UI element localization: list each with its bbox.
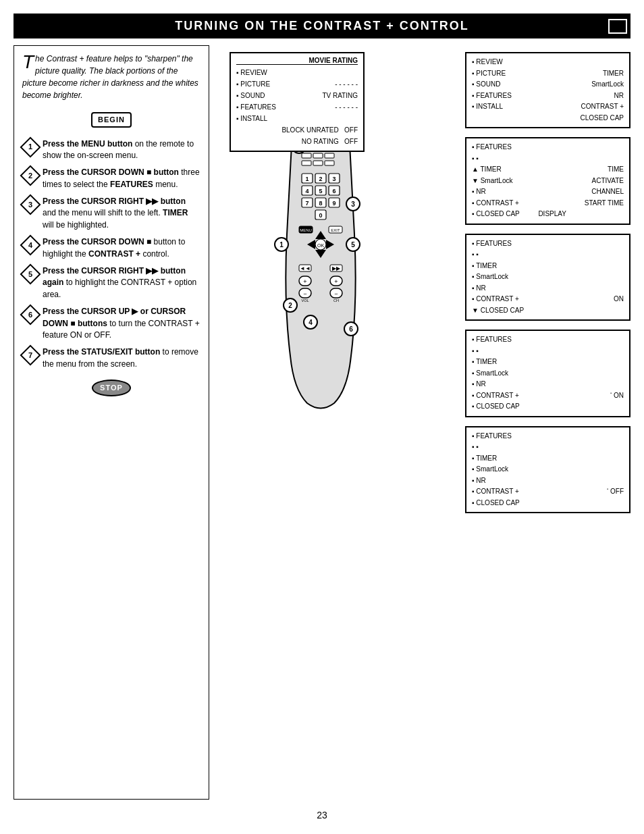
svg-text:−: − xyxy=(334,290,338,297)
svg-text:CH: CH xyxy=(333,298,339,303)
intro-body: he Contrast + feature helps to "sharpen"… xyxy=(22,54,198,100)
svg-text:MENU: MENU xyxy=(300,228,312,232)
step-7-text: Press the STATUS/EXIT button to remove t… xyxy=(43,346,200,370)
corner-box xyxy=(608,19,627,34)
step-2-text: Press the CURSOR DOWN ■ button three tim… xyxy=(43,167,200,190)
diagram-area: MOVIE RATING ▪ REVIEW ▪ PICTURE ▪ SOUND … xyxy=(216,45,630,800)
svg-text:3: 3 xyxy=(332,176,336,182)
right-menu-1: ▪ REVIEW ▪ PICTURETIMER ▪ SOUNDSmartLock… xyxy=(465,52,630,128)
svg-text:6: 6 xyxy=(332,188,336,194)
svg-text:−: − xyxy=(303,290,306,297)
page-title: Turning on the Contrast + Control xyxy=(175,19,469,32)
svg-text:2: 2 xyxy=(288,302,292,309)
step-4-badge: 4 xyxy=(22,237,38,253)
step-5-badge: 5 xyxy=(22,266,38,282)
svg-rect-5 xyxy=(325,153,334,158)
svg-text:2: 2 xyxy=(319,176,322,182)
step-5-text: Press the CURSOR RIGHT ▶▶ button again t… xyxy=(43,265,200,301)
svg-text:◄◄: ◄◄ xyxy=(300,265,311,271)
svg-text:7: 7 xyxy=(305,200,308,207)
svg-rect-7 xyxy=(313,161,323,165)
svg-text:4: 4 xyxy=(305,188,308,194)
step-3-badge: 3 xyxy=(22,197,38,213)
svg-text:+: + xyxy=(334,278,338,285)
step-3-text: Press the CURSOR RIGHT ▶▶ button and the… xyxy=(43,196,200,231)
svg-text:3: 3 xyxy=(351,201,355,208)
menu-left-col: ▪ REVIEW ▪ PICTURE ▪ SOUND ▪ FEATURES ▪ … xyxy=(236,67,276,147)
step-3: 3 Press the CURSOR RIGHT ▶▶ button and t… xyxy=(22,196,200,231)
stop-badge: STOP xyxy=(92,380,131,396)
svg-rect-8 xyxy=(325,161,334,165)
step-5: 5 Press the CURSOR RIGHT ▶▶ button again… xyxy=(22,265,200,301)
step-2: 2 Press the CURSOR DOWN ■ button three t… xyxy=(22,167,200,190)
instructions-panel: T he Contrast + feature helps to "sharpe… xyxy=(14,45,209,800)
svg-text:6: 6 xyxy=(349,325,353,333)
svg-rect-3 xyxy=(302,153,311,158)
intro-first-letter: T xyxy=(22,53,34,72)
svg-text:5: 5 xyxy=(319,188,322,194)
step-7-badge: 7 xyxy=(22,347,38,363)
svg-rect-6 xyxy=(302,161,311,165)
svg-rect-4 xyxy=(313,153,323,158)
svg-text:EXIT: EXIT xyxy=(331,228,340,232)
right-menu-2: ▪ FEATURES ▪ ▪ ▲ TIMERTIME ▼ SmartLockAC… xyxy=(465,137,630,225)
main-content: T he Contrast + feature helps to "sharpe… xyxy=(14,45,630,800)
step-2-badge: 2 xyxy=(22,167,38,184)
step-1-badge: 1 xyxy=(22,139,38,155)
step-6-badge: 6 xyxy=(22,307,38,323)
intro-text: T he Contrast + feature helps to "sharpe… xyxy=(22,53,200,101)
page-wrapper: Turning on the Contrast + Control T he C… xyxy=(0,0,644,834)
step-1-text: Press the MENU button on the remote to s… xyxy=(43,138,200,162)
step-4-text: Press the CURSOR DOWN ■ button to highli… xyxy=(43,236,200,260)
right-menu-3: ▪ FEATURES ▪ ▪ ▪ TIMER ▪ SmartLock ▪ NR … xyxy=(465,234,630,321)
svg-text:1: 1 xyxy=(305,176,308,182)
svg-text:9: 9 xyxy=(332,200,336,207)
begin-badge: BEGIN xyxy=(91,112,132,128)
menu-right-col: - - - - - - TV RATING - - - - - - BLOCK … xyxy=(281,67,358,147)
svg-text:VOL: VOL xyxy=(301,298,308,303)
top-screen-menu: MOVIE RATING ▪ REVIEW ▪ PICTURE ▪ SOUND … xyxy=(230,52,365,152)
right-menus-container: ▪ REVIEW ▪ PICTURETIMER ▪ SOUNDSmartLock… xyxy=(465,52,630,517)
page-number: 23 xyxy=(317,810,327,820)
right-menu-4: ▪ FEATURES ▪ ▪ ▪ TIMER ▪ SmartLock ▪ NR … xyxy=(465,330,630,417)
svg-text:OK: OK xyxy=(317,243,324,248)
right-menu-5: ▪ FEATURES ▪ ▪ ▪ TIMER ▪ SmartLock ▪ NR … xyxy=(465,426,630,514)
svg-text:+: + xyxy=(303,278,306,285)
step-6: 6 Press the CURSOR UP ▶ or CURSOR DOWN ■… xyxy=(22,306,200,341)
step-1: 1 Press the MENU button on the remote to… xyxy=(22,138,200,162)
movie-rating-label: MOVIE RATING xyxy=(308,57,358,64)
svg-text:5: 5 xyxy=(351,241,355,249)
svg-text:8: 8 xyxy=(319,200,322,207)
svg-text:1: 1 xyxy=(279,241,284,249)
step-4: 4 Press the CURSOR DOWN ■ button to high… xyxy=(22,236,200,260)
svg-text:4: 4 xyxy=(308,319,313,326)
step-6-text: Press the CURSOR UP ▶ or CURSOR DOWN ■ b… xyxy=(43,306,200,341)
title-bar: Turning on the Contrast + Control xyxy=(14,14,630,38)
svg-text:0: 0 xyxy=(319,212,322,219)
svg-text:▶▶: ▶▶ xyxy=(332,265,341,271)
step-7: 7 Press the STATUS/EXIT button to remove… xyxy=(22,346,200,370)
